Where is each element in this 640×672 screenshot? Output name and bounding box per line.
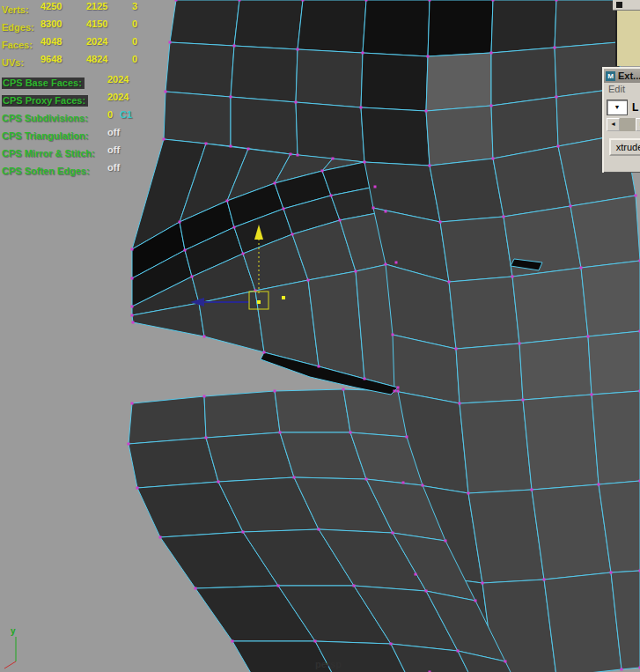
mesh-face <box>440 217 512 282</box>
mesh-vertex <box>415 573 417 576</box>
camera-name-label: persp <box>315 659 342 669</box>
mesh-vertex <box>349 432 352 434</box>
mesh-vertex <box>492 0 495 2</box>
scrollbar-track[interactable] <box>620 118 636 131</box>
mesh-vertex <box>297 48 299 51</box>
mesh-vertex <box>364 161 366 164</box>
mesh-vertex <box>621 668 623 671</box>
hud-row: CPS Mirror & Stitch:off <box>2 144 239 162</box>
preset-dropdown[interactable]: ▼ <box>607 100 628 115</box>
hud-row-value: 4250 <box>40 1 62 11</box>
mesh-vertex <box>395 262 398 264</box>
tool-window-scrollbar: ◄ ► <box>607 118 640 131</box>
mesh-vertex <box>397 387 400 389</box>
hud-row-label: CPS Subdivisions: <box>2 113 88 123</box>
mesh-face <box>426 53 491 111</box>
hud-row-label: CPS Proxy Faces: <box>2 95 88 107</box>
mesh-vertex <box>226 200 229 203</box>
mesh-face <box>129 438 218 488</box>
hud-row-value: 2125 <box>86 1 107 11</box>
scroll-left-button[interactable]: ◄ <box>607 118 620 131</box>
tool-window-menubar: Edit <box>604 83 640 97</box>
hud-row: Edges:830041500 <box>2 18 239 36</box>
hud-row-value: 4048 <box>40 36 62 47</box>
tool-window-dropdown-row: ▼ L <box>604 97 640 117</box>
hud-row-value: 2024 <box>86 36 107 47</box>
mesh-vertex <box>591 394 593 396</box>
mesh-face <box>519 336 592 400</box>
mesh-vertex <box>362 52 364 55</box>
mesh-face <box>491 0 556 53</box>
mesh-face <box>532 484 611 580</box>
mesh-face <box>456 343 523 403</box>
mesh-face <box>296 49 363 107</box>
scroll-right-button[interactable]: ► <box>636 118 640 131</box>
mesh-face <box>460 400 532 493</box>
mesh-vertex <box>318 366 320 368</box>
corner-window-titlebar[interactable] <box>613 0 640 11</box>
hud-row: CPS Base Faces:2024 <box>2 74 239 92</box>
mesh-vertex <box>297 154 299 157</box>
mesh-vertex <box>321 170 324 173</box>
mesh-vertex <box>402 482 405 484</box>
hud-row-value: 0 <box>107 109 113 120</box>
maya-app-icon: M <box>606 71 615 81</box>
mesh-vertex <box>511 276 514 278</box>
mesh-vertex <box>247 148 250 151</box>
mesh-vertex <box>339 219 342 222</box>
mesh-vertex <box>503 216 505 218</box>
mesh-vertex <box>598 484 600 486</box>
mesh-vertex <box>307 279 310 282</box>
mesh-vertex <box>445 540 447 543</box>
menu-edit[interactable]: Edit <box>608 84 625 94</box>
mesh-vertex <box>397 390 400 393</box>
mesh-vertex <box>332 158 335 160</box>
mesh-vertex <box>429 0 431 2</box>
mesh-face <box>361 53 428 111</box>
hud-row-value: 0 <box>132 18 137 29</box>
mesh-vertex <box>427 55 430 58</box>
mesh-vertex <box>390 643 393 646</box>
mesh-face <box>449 277 519 349</box>
mesh-vertex <box>365 0 368 2</box>
mesh-face <box>343 389 407 437</box>
hud-row-value: 0 <box>132 54 137 64</box>
mesh-vertex <box>482 582 484 585</box>
mesh-face <box>544 572 622 672</box>
mesh-vertex <box>392 334 394 336</box>
mesh-vertex <box>233 226 236 229</box>
mesh-vertex <box>205 437 208 439</box>
mesh-vertex <box>492 158 495 160</box>
mesh-vertex <box>242 531 245 534</box>
axis-y-label: y <box>11 626 16 636</box>
hud-stats: Verts:425021253Edges:830041500Faces:4048… <box>2 1 239 180</box>
mesh-vertex <box>448 281 451 284</box>
mesh-vertex <box>179 221 181 224</box>
corner-scroll-area[interactable] <box>615 11 640 66</box>
hud-row-value: 9648 <box>40 54 62 64</box>
mesh-vertex <box>295 101 298 104</box>
mesh-vertex <box>372 207 375 210</box>
mesh-vertex <box>191 276 194 278</box>
selected-vertex[interactable] <box>257 300 261 304</box>
mesh-vertex <box>360 107 363 109</box>
hud-row-value: 2024 <box>107 92 129 102</box>
mesh-face <box>430 159 504 222</box>
mesh-vertex <box>439 221 442 224</box>
mesh-face <box>298 0 366 53</box>
hud-row: CPS Subdivisions:0C1 <box>2 109 239 127</box>
extrude-button[interactable]: xtrude <box>609 138 640 156</box>
mesh-vertex <box>293 476 296 479</box>
mesh-vertex <box>128 443 130 446</box>
mesh-vertex <box>330 195 333 197</box>
hud-row: Verts:425021253 <box>2 1 239 18</box>
mesh-vertex <box>131 314 134 317</box>
mesh-face <box>426 106 493 166</box>
mesh-vertex <box>302 0 305 2</box>
hud-row: CPS Proxy Faces:2024 <box>2 92 239 109</box>
mesh-vertex <box>203 336 206 338</box>
selected-vertex[interactable] <box>282 296 285 299</box>
mesh-vertex <box>554 47 556 49</box>
mesh-face <box>592 391 640 484</box>
tool-window-titlebar[interactable]: M Ext... <box>604 69 640 83</box>
